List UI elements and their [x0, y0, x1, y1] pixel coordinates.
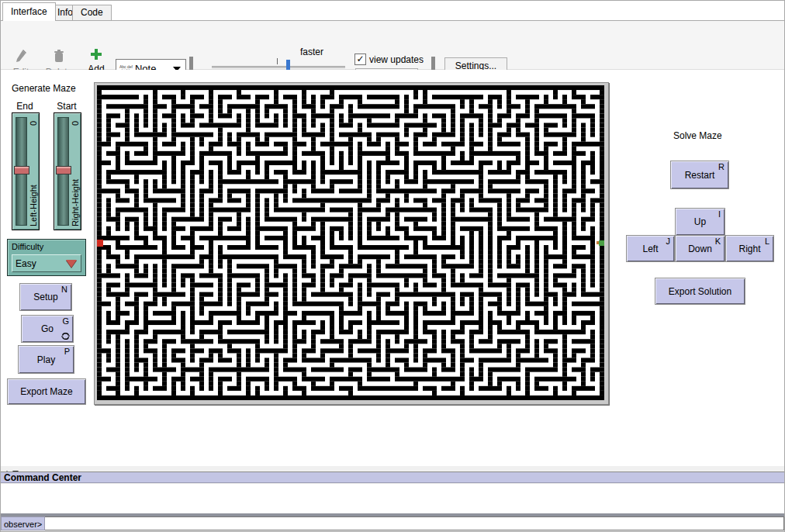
observer-prompt[interactable]: observer>	[1, 516, 45, 530]
go-button[interactable]: Go G	[21, 315, 74, 343]
go-key: G	[62, 316, 69, 326]
right-key: L	[765, 237, 769, 246]
setup-label: Setup	[33, 292, 57, 302]
speed-slider-tick	[277, 58, 278, 64]
setup-key: N	[61, 285, 67, 294]
end-slider-heading: End	[12, 101, 38, 112]
left-label: Left	[642, 244, 658, 254]
command-center-header[interactable]: Command Center	[1, 472, 784, 483]
right-button[interactable]: Right L	[725, 235, 774, 262]
play-button[interactable]: Play P	[18, 345, 74, 374]
faster-label: faster	[300, 47, 323, 57]
command-center: Command Center observer>	[1, 466, 784, 531]
chooser-label: Difficulty	[12, 242, 43, 251]
export-solution-label: Export Solution	[669, 286, 731, 297]
pencil-icon	[14, 49, 28, 64]
command-input-row: observer>	[1, 516, 784, 530]
tab-code[interactable]: Code	[72, 5, 112, 20]
view-updates-checkbox[interactable]: ✓	[354, 54, 366, 65]
command-center-output[interactable]	[1, 484, 784, 513]
go-label: Go	[41, 323, 54, 334]
netlogo-window: Interface Info Code Edit Delete Ad	[0, 0, 785, 532]
start-slider-heading: Start	[54, 101, 80, 112]
down-key: K	[715, 237, 721, 246]
restart-label: Restart	[685, 170, 715, 181]
maze-canvas[interactable]	[97, 85, 604, 400]
speed-slider-track[interactable]	[212, 66, 345, 68]
solve-maze-title: Solve Maze	[673, 130, 722, 141]
restart-button[interactable]: Restart R	[670, 161, 729, 189]
export-maze-label: Export Maze	[20, 386, 72, 397]
slider-thumb[interactable]	[14, 166, 29, 174]
up-button[interactable]: Up I	[675, 208, 725, 236]
up-key: I	[718, 209, 721, 219]
down-button[interactable]: Down K	[675, 235, 725, 262]
toolbar: Edit Delete Add Abc def ghi jkl Note	[1, 21, 784, 70]
export-solution-button[interactable]: Export Solution	[655, 278, 745, 305]
slider-value: 0	[71, 121, 80, 126]
left-button[interactable]: Left J	[626, 235, 675, 262]
right-label: Right	[738, 244, 760, 254]
export-maze-button[interactable]: Export Maze	[7, 378, 86, 405]
interface-canvas: Generate Maze End Start 0 Left-Height 0 …	[1, 70, 784, 466]
slider-value: 0	[29, 121, 38, 126]
setup-button[interactable]: Setup N	[19, 283, 72, 311]
left-height-slider[interactable]: 0 Left-Height	[12, 112, 40, 230]
tab-interface[interactable]: Interface	[2, 2, 56, 21]
slider-name: Left-Height	[29, 185, 38, 226]
command-input[interactable]	[45, 516, 784, 530]
difficulty-select[interactable]: Easy	[12, 254, 81, 272]
down-label: Down	[688, 244, 712, 254]
tab-bar: Interface Info Code	[1, 1, 784, 21]
view-updates-label: view updates	[369, 54, 424, 65]
slider-thumb[interactable]	[56, 166, 71, 174]
generate-maze-title: Generate Maze	[12, 83, 76, 94]
slider-name: Right-Height	[71, 179, 80, 226]
world-view[interactable]	[94, 82, 609, 405]
difficulty-value: Easy	[12, 258, 66, 269]
up-label: Up	[694, 216, 706, 227]
chooser-arrow-icon	[66, 260, 77, 268]
play-key: P	[64, 347, 70, 356]
forever-icon	[61, 332, 70, 340]
right-height-slider[interactable]: 0 Right-Height	[54, 112, 81, 230]
left-key: J	[666, 237, 671, 246]
difficulty-chooser[interactable]: Difficulty Easy	[7, 239, 86, 276]
restart-key: R	[718, 162, 724, 171]
plus-icon	[89, 47, 103, 61]
trash-icon	[53, 49, 65, 64]
play-label: Play	[37, 354, 55, 365]
